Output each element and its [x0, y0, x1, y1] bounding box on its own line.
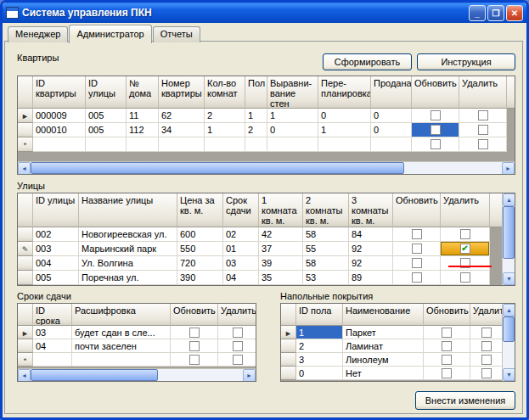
grid-cell[interactable]: почти заселен — [72, 339, 171, 353]
row-header-new-row[interactable]: * — [18, 353, 33, 367]
scroll-down-button[interactable]: ▼ — [503, 368, 515, 381]
grid-cell[interactable]: 92 — [349, 242, 393, 256]
row-header-current-row[interactable]: ► — [18, 109, 33, 123]
grid-cell[interactable]: 58 — [303, 227, 349, 242]
row-header-corner[interactable] — [281, 304, 296, 326]
column-header[interactable]: ID улицы — [33, 193, 79, 227]
grid-cell[interactable]: 0 — [371, 109, 412, 123]
grid-cell[interactable]: 53 — [303, 271, 349, 285]
grid-cell[interactable]: 92 — [349, 256, 393, 271]
checkbox-cell[interactable] — [218, 353, 256, 367]
checkbox-unchecked[interactable] — [233, 341, 243, 351]
column-header[interactable]: Выравни- вание стен — [267, 76, 318, 109]
checkbox-cell[interactable] — [171, 326, 218, 339]
grid-cell[interactable]: 1 — [318, 123, 371, 137]
grid-cell[interactable]: 37 — [259, 242, 303, 256]
grid-cell[interactable]: 02 — [223, 227, 259, 242]
minimize-button[interactable]: _ — [469, 5, 486, 21]
grid-cell[interactable]: 58 — [303, 256, 349, 271]
column-header[interactable]: ID квартиры — [33, 76, 86, 109]
horizontal-scrollbar[interactable]: ◄► — [18, 161, 515, 174]
grid-cell[interactable]: 1 — [245, 109, 267, 123]
tab-reports[interactable]: Отчеты — [153, 26, 200, 42]
scroll-up-button[interactable]: ▲ — [503, 193, 515, 206]
checkbox-cell[interactable] — [424, 367, 470, 380]
checkbox-unchecked[interactable] — [478, 139, 488, 149]
checkbox-cell[interactable] — [470, 353, 502, 367]
grid-cell[interactable]: 34 — [159, 123, 205, 137]
checkbox-cell[interactable] — [171, 353, 218, 367]
checkbox-cell[interactable] — [412, 109, 459, 123]
scrollbar-thumb[interactable] — [503, 316, 515, 342]
checkbox-cell[interactable] — [171, 339, 218, 353]
column-header[interactable]: 2 комнаты кв. м. — [303, 193, 349, 227]
grid-cell[interactable]: 62 — [159, 109, 205, 123]
grid-cell[interactable]: 1 — [296, 326, 343, 339]
grid-cell[interactable]: 2 — [205, 109, 245, 123]
row-header-corner[interactable] — [18, 193, 33, 227]
grid-cell[interactable]: 04 — [223, 271, 259, 285]
vertical-scrollbar[interactable]: ▲▼ — [502, 193, 515, 285]
grid-cell[interactable] — [371, 137, 412, 152]
checkbox-unchecked[interactable] — [412, 258, 422, 268]
grid-cell[interactable]: 005 — [86, 109, 127, 123]
grid-cell[interactable]: 550 — [177, 242, 223, 256]
checkbox-unchecked[interactable] — [431, 110, 441, 120]
row-header[interactable] — [281, 367, 296, 380]
checkbox-unchecked[interactable] — [481, 341, 492, 351]
column-header[interactable]: ID пола — [296, 304, 343, 326]
checkbox-unchecked[interactable] — [431, 125, 441, 135]
row-header[interactable] — [18, 271, 33, 285]
checkbox-checked[interactable]: ✔ — [460, 244, 470, 254]
column-header[interactable]: Срок сдачи — [223, 193, 259, 227]
grid-cell[interactable]: 720 — [177, 256, 223, 271]
grid-cell[interactable]: Линолеум — [343, 353, 424, 367]
grid-cell[interactable]: 04 — [33, 339, 72, 353]
checkbox-unchecked[interactable] — [442, 355, 452, 365]
checkbox-cell[interactable] — [441, 271, 490, 285]
grid-cell[interactable]: 55 — [303, 242, 349, 256]
checkbox-cell[interactable] — [412, 123, 459, 137]
checkbox-cell[interactable] — [412, 137, 459, 152]
generate-button[interactable]: Сформировать — [323, 53, 412, 70]
checkbox-unchecked[interactable] — [481, 355, 492, 365]
grid-cell[interactable]: 0 — [296, 367, 343, 380]
column-header[interactable]: Пол — [245, 76, 267, 109]
grid-cell[interactable]: 005 — [33, 271, 79, 285]
grid-cell[interactable]: 112 — [127, 123, 159, 137]
grid-cell[interactable] — [267, 137, 318, 152]
row-header-current-row[interactable]: ► — [18, 326, 33, 339]
grid-cell[interactable]: 000009 — [33, 109, 86, 123]
grid-cell[interactable]: 003 — [33, 242, 79, 256]
checkbox-cell[interactable] — [393, 271, 441, 285]
grid-cell[interactable]: 03 — [223, 256, 259, 271]
checkbox-unchecked[interactable] — [460, 272, 470, 283]
scroll-up-button[interactable]: ▲ — [503, 304, 515, 316]
checkbox-unchecked[interactable] — [460, 229, 470, 239]
grid-cell[interactable] — [205, 137, 245, 152]
grid-cell[interactable] — [159, 137, 205, 152]
row-header[interactable] — [18, 123, 33, 137]
grid-cell[interactable]: 0 — [371, 123, 412, 137]
grid-cell[interactable]: Поречная ул. — [79, 271, 177, 285]
checkbox-cell[interactable] — [470, 326, 502, 339]
checkbox-unchecked[interactable] — [442, 328, 452, 338]
row-header[interactable] — [18, 256, 33, 271]
checkbox-unchecked[interactable] — [412, 244, 422, 254]
row-header[interactable] — [18, 339, 33, 353]
checkbox-cell[interactable] — [424, 326, 470, 339]
row-header-corner[interactable] — [18, 304, 33, 326]
checkbox-cell[interactable] — [459, 109, 507, 123]
grid-cell[interactable] — [86, 137, 127, 152]
row-header-edit-icon[interactable]: ✎ — [18, 242, 33, 256]
checkbox-unchecked[interactable] — [189, 341, 200, 351]
row-header-current-row[interactable]: ► — [281, 326, 296, 339]
checkbox-cell[interactable] — [218, 339, 256, 353]
column-header[interactable]: Расшифровка — [72, 304, 171, 326]
checkbox-unchecked[interactable] — [478, 110, 488, 120]
scroll-left-button[interactable]: ◄ — [18, 162, 31, 175]
checkbox-unchecked[interactable] — [412, 272, 422, 283]
column-header[interactable]: Продана — [371, 76, 412, 109]
checkbox-cell[interactable] — [470, 367, 502, 380]
grid-cell[interactable]: 42 — [259, 227, 303, 242]
